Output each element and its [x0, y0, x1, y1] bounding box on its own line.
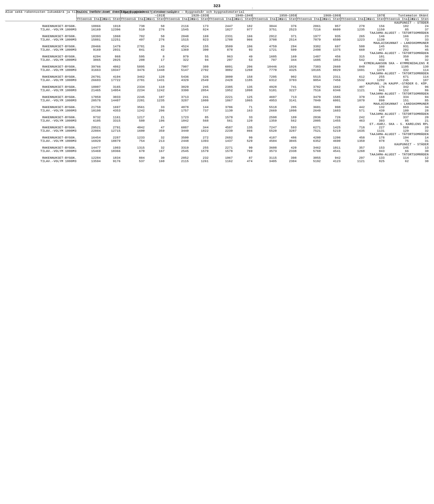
cell: 3509	[209, 45, 233, 48]
row-label: TILAV.-VOLYM 1000M3	[5, 48, 76, 52]
cell: 2649	[296, 109, 321, 112]
cell: 439	[365, 109, 385, 112]
section-title: ET.-KARJ. SKA – S. KARELENS RPL	[5, 122, 429, 126]
cell: 1359	[341, 139, 365, 143]
table-row: RAKENNUKSET-BYGGN.3976648625895143790738…	[5, 65, 429, 68]
cell: 510	[120, 28, 145, 31]
cell: 474	[233, 160, 253, 163]
table-row: RAKENNUKSET-BYGGN.1447719831315323319255…	[5, 146, 429, 149]
cell: 3713	[165, 95, 189, 99]
cell: 2287	[101, 136, 120, 139]
cell: 1455	[321, 119, 341, 122]
section-title-text: KAUPUNG. JA KAUPP.-STÄDER O. KÖP.	[5, 82, 429, 85]
cell: 13594	[76, 160, 101, 163]
cell: 5518	[253, 106, 277, 109]
cell: 133	[365, 156, 385, 160]
cell: 4123	[321, 160, 341, 163]
cell: 180	[385, 109, 409, 112]
cell: 1425	[321, 126, 341, 129]
cell: 2498	[296, 48, 321, 52]
cell: 371	[277, 35, 297, 38]
cell: 114	[409, 68, 429, 72]
cell: 13	[409, 146, 429, 149]
cell: 568	[189, 119, 209, 122]
cell: 3462	[296, 146, 321, 149]
cell: 2791	[101, 126, 120, 129]
section-title-text: TAAJAMA-ALUEET – TÄTORTSOMRÅDEN	[5, 153, 429, 156]
cell: 509	[277, 48, 297, 52]
cell: 1185	[233, 79, 253, 82]
table-row: TILAV.-VOLYM 1000M3158811225149727615158…	[5, 38, 429, 41]
cell: 32	[145, 146, 165, 149]
cell: 276	[145, 38, 165, 41]
cell: 769	[233, 149, 253, 153]
col-total-7: Yhteensä Inalles	[385, 18, 409, 21]
cell: 977	[233, 28, 253, 31]
cell: 95	[385, 119, 409, 122]
cell: 202	[385, 48, 409, 52]
cell: 359	[145, 129, 165, 133]
cell: 4194	[101, 75, 120, 79]
section-title-text: TAAJAMA-ALUEET – TÄTORTSOMRÅDEN	[5, 133, 429, 136]
section-title-text: ET.-KARJ. SKA – S. KARELENS RPL	[5, 122, 429, 126]
cell: 390	[189, 48, 209, 52]
page-number-value: 323	[213, 4, 221, 8]
row-label: RAKENNUKSET-BYGGN.	[5, 136, 76, 139]
row-label: TILAV.-VOLYM 1000M3	[5, 149, 76, 153]
col-stone-3: Kivi Sten	[233, 18, 253, 21]
cell: 671	[385, 75, 409, 79]
col-total-1: Yhteensä Inalles	[120, 18, 145, 21]
cell: 39766	[76, 65, 101, 68]
cell: 456	[321, 55, 341, 58]
col-stone-0: Kivi Sten	[101, 18, 120, 21]
cell: 12396	[101, 28, 120, 31]
cell: 1162	[209, 160, 233, 163]
cell: 350	[385, 55, 409, 58]
cell: 308	[365, 65, 385, 68]
cell: 3865	[76, 58, 101, 62]
hdr-period-3: 1950—1959	[253, 14, 296, 18]
section-title: KAUPUNGIT – STÄDER	[5, 143, 429, 146]
cell: 3573	[253, 149, 277, 153]
cell: 2025	[101, 58, 120, 62]
col-total-3: Yhteensä Inalles	[209, 18, 233, 21]
page-number: 323	[5, 4, 429, 8]
table-header: Alue sekä rakennusten lukumäärä ja tilav…	[5, 10, 429, 21]
cell: 29521	[76, 126, 101, 129]
cell: 19347	[101, 68, 120, 72]
cell: 1952	[209, 89, 233, 92]
table-row: RAKENNUKSET-BYGGN.2175916973561334078144…	[5, 106, 429, 109]
cell: 2040	[165, 35, 189, 38]
cell: 2334	[120, 85, 145, 89]
row-label: TILAV.-VOLYM 1000M3	[5, 109, 76, 112]
cell: 3462	[120, 75, 145, 79]
cell: 315	[341, 55, 365, 58]
cell: 297	[209, 58, 233, 62]
cell: 3115	[253, 156, 277, 160]
cell: 5219	[321, 129, 341, 133]
cell: 1431	[145, 79, 165, 82]
cell: 463	[341, 119, 365, 122]
cell: 571	[341, 109, 365, 112]
cell: 326	[189, 75, 209, 79]
cell: 702	[120, 35, 145, 38]
row-label: RAKENNUKSET-BYGGN.	[5, 75, 76, 79]
cell: 31	[409, 139, 429, 143]
cell: 17059	[76, 95, 101, 99]
cell: 276	[145, 28, 165, 31]
section-title: TAAJAMA-ALUEET – TÄTORTSOMRÅDEN	[5, 31, 429, 35]
cell: 3703	[277, 79, 297, 82]
row-label: TILAV.-VOLYM 1000M3	[5, 89, 76, 92]
cell: 334	[385, 95, 409, 99]
cell: 1070	[341, 99, 365, 102]
cell: 272	[189, 136, 209, 139]
cell: 935	[321, 35, 341, 38]
cell: 3033	[101, 95, 120, 99]
cell: 182	[233, 25, 253, 28]
cell: 1579	[209, 116, 233, 119]
table-row: TILAV.-VOLYM 1000M3214651495422341242339…	[5, 89, 429, 92]
col-stone-4: Kivi Sten	[277, 18, 297, 21]
cell: 3165	[101, 85, 120, 89]
cell: 322	[165, 58, 189, 62]
table-row: RAKENNUKSET-BYGGN.2679141943462128543632…	[5, 75, 429, 79]
